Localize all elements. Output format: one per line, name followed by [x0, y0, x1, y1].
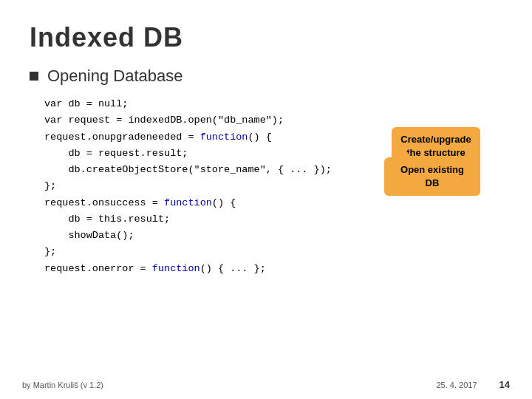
- code-line-7: request.onsuccess = function() {: [44, 195, 502, 211]
- footer-date: 25. 4. 2017: [436, 381, 477, 389]
- footer-page: 14: [499, 379, 510, 390]
- subtitle-text: Opening Database: [47, 66, 183, 86]
- code-section: var db = null; var request = indexedDB.o…: [30, 96, 502, 277]
- code-line-11: request.onerror = function() { ... };: [44, 261, 502, 277]
- slide: Indexed DB Opening Database var db = nul…: [0, 0, 532, 399]
- slide-footer: by Martin Kruliš (v 1.2) 25. 4. 2017 14: [0, 379, 532, 390]
- keyword-function-1: function: [200, 132, 248, 143]
- code-line-1: var db = null;: [44, 96, 502, 112]
- code-line-9: showData();: [44, 228, 502, 244]
- footer-author: by Martin Kruliš (v 1.2): [22, 381, 103, 389]
- keyword-function-3: function: [152, 263, 200, 274]
- code-line-10: };: [44, 244, 502, 260]
- callout-open-db: Open existing DB: [384, 157, 480, 196]
- keyword-function-2: function: [164, 197, 212, 208]
- code-line-8: db = this.result;: [44, 211, 502, 228]
- slide-title: Indexed DB: [30, 22, 502, 53]
- slide-subtitle: Opening Database: [30, 66, 502, 86]
- bullet-icon: [30, 72, 38, 81]
